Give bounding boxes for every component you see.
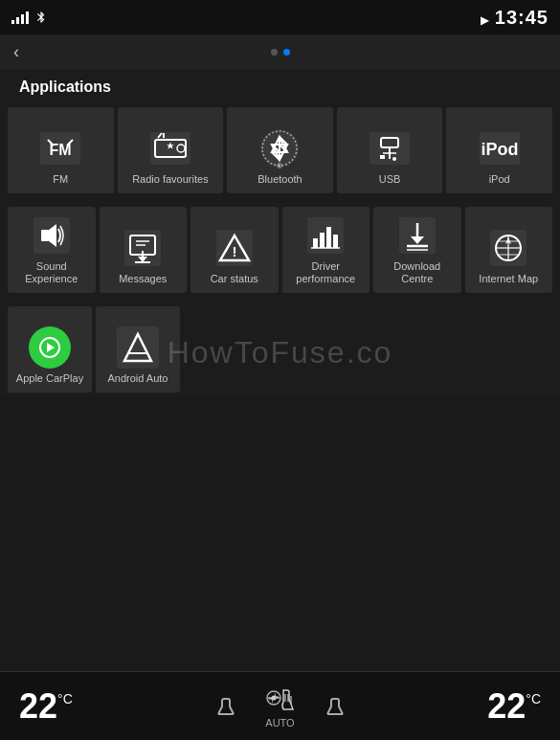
app-car-status-label: Car status <box>211 273 258 285</box>
app-row-3: Apple CarPlay Android Auto <box>0 303 560 396</box>
svg-rect-39 <box>313 238 318 248</box>
temp-right: 22 °C <box>487 686 541 727</box>
section-title: Applications <box>0 69 560 103</box>
bluetooth-app-icon: ® <box>258 127 301 169</box>
temp-right-unit: °C <box>526 691 541 706</box>
app-radio-favourites-label: Radio favourites <box>132 173 209 186</box>
back-button[interactable]: ‹ <box>13 42 19 62</box>
sound-experience-icon <box>31 214 73 257</box>
svg-rect-41 <box>326 227 331 248</box>
fan-seat-icon <box>262 684 299 715</box>
app-row-1: FM FM Radio favourites <box>0 103 560 197</box>
svg-text:iPod: iPod <box>481 140 518 159</box>
ac-controls: AUTO <box>262 684 299 729</box>
app-apple-carplay[interactable]: Apple CarPlay <box>8 306 92 392</box>
svg-rect-26 <box>41 230 49 241</box>
temp-right-value: 22 <box>487 686 526 727</box>
temp-left-unit: °C <box>57 691 73 706</box>
app-internet-map-label: Internet Map <box>479 273 538 285</box>
app-sound-experience-label: Sound Experience <box>11 260 92 285</box>
app-radio-favourites[interactable]: Radio favourites <box>118 107 224 193</box>
app-bluetooth-label: Bluetooth <box>258 173 302 186</box>
status-bar: ▶13:45 <box>0 0 560 34</box>
bottom-bar: 22 °C AUTO <box>0 671 560 740</box>
radio-favourites-icon <box>149 127 191 169</box>
app-sound-experience[interactable]: Sound Experience <box>8 207 96 293</box>
nav-dot-1 <box>271 49 278 56</box>
app-messages-label: Messages <box>119 273 167 285</box>
android-auto-icon <box>117 326 159 369</box>
app-android-auto-label: Android Auto <box>108 372 168 385</box>
svg-rect-21 <box>380 155 385 159</box>
svg-marker-57 <box>47 343 55 352</box>
app-download-centre[interactable]: Download Centre <box>373 207 461 293</box>
usb-icon <box>369 127 411 169</box>
app-ipod[interactable]: iPod iPod <box>446 107 552 193</box>
download-centre-icon <box>396 214 438 257</box>
app-fm[interactable]: FM FM <box>8 107 114 193</box>
app-bluetooth[interactable]: ® Bluetooth <box>227 107 333 193</box>
auto-label: AUTO <box>265 717 294 729</box>
apple-carplay-icon <box>29 326 71 369</box>
seat-right-icon <box>322 693 348 720</box>
messages-icon <box>122 227 164 269</box>
nav-bar: ‹ <box>0 34 560 69</box>
svg-rect-40 <box>320 233 325 248</box>
nav-dots <box>271 49 290 56</box>
play-icon: ▶ <box>481 14 489 26</box>
driver-performance-icon <box>304 214 347 257</box>
svg-point-22 <box>392 157 396 161</box>
app-driver-performance[interactable]: Driver performance <box>282 207 370 293</box>
svg-text:!: ! <box>232 243 236 259</box>
app-ipod-label: iPod <box>489 173 510 186</box>
nav-dot-2 <box>283 49 290 56</box>
app-usb-label: USB <box>379 173 401 186</box>
app-messages[interactable]: Messages <box>100 207 188 293</box>
temp-left: 22 °C <box>19 686 73 727</box>
app-android-auto[interactable]: Android Auto <box>96 306 180 392</box>
app-driver-performance-label: Driver performance <box>286 260 367 285</box>
app-apple-carplay-label: Apple CarPlay <box>16 372 83 385</box>
seat-left-icon <box>213 693 239 720</box>
app-download-centre-label: Download Centre <box>377 260 458 285</box>
svg-text:®: ® <box>278 163 283 168</box>
signal-bars <box>11 11 29 24</box>
svg-point-62 <box>271 695 276 700</box>
clock: ▶13:45 <box>481 7 549 29</box>
ipod-icon: iPod <box>479 127 521 169</box>
app-row-2: Sound Experience Messages ! <box>0 203 560 297</box>
bottom-controls: AUTO <box>213 684 348 729</box>
status-left <box>11 11 48 24</box>
internet-map-icon <box>487 227 529 269</box>
app-usb[interactable]: USB <box>337 107 443 193</box>
temp-left-value: 22 <box>19 686 57 727</box>
bluetooth-status-icon <box>34 11 48 24</box>
car-status-icon: ! <box>213 227 256 269</box>
app-fm-label: FM <box>53 173 68 186</box>
svg-rect-42 <box>333 235 338 248</box>
fm-icon: FM <box>39 127 81 169</box>
app-car-status[interactable]: ! Car status <box>190 207 279 293</box>
app-internet-map[interactable]: Internet Map <box>465 207 553 293</box>
